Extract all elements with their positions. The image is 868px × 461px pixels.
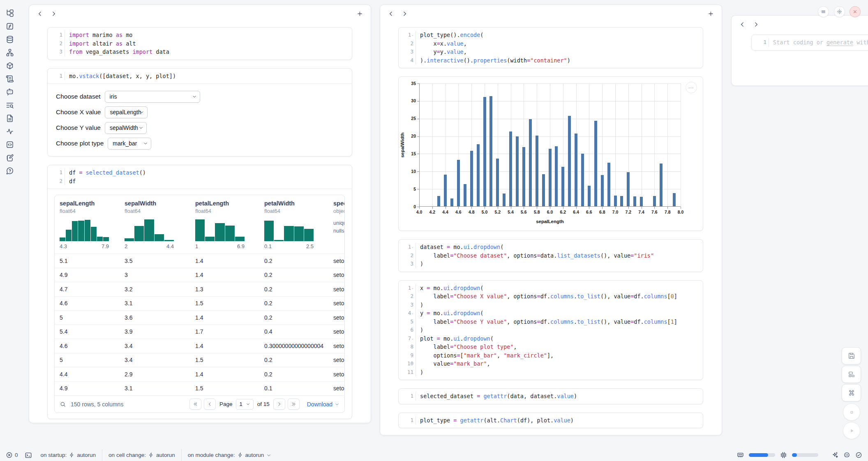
table-row[interactable]: 4.73.21.30.2setosa [55, 282, 344, 296]
download-label: Download [307, 401, 332, 408]
scratch-cell-editor[interactable]: 1Start coding or generate with [752, 35, 868, 50]
x-tick-label: 8.0 [678, 210, 684, 214]
connection-status-icon[interactable] [855, 452, 862, 459]
page-select[interactable]: 1 [236, 399, 253, 410]
sidebar-bot-icon[interactable] [6, 88, 14, 96]
vstack-cell-editor[interactable]: 1mo.vstack([dataset, x, y, plot]) [48, 69, 352, 84]
close-button[interactable] [850, 6, 861, 17]
ai-sparkles-icon[interactable] [831, 452, 838, 459]
plot-type-select[interactable]: mark_bar [108, 138, 151, 150]
column-range: 0.12.5 [264, 243, 314, 249]
plot-type-cell-editor[interactable]: 1plot_type = getattr(alt.Chart(df), plot… [399, 413, 703, 428]
last-page-button[interactable] [288, 399, 300, 410]
fold-marker-icon[interactable]: ⌄ [411, 337, 413, 340]
table-row[interactable]: 53.41.50.2setosa [55, 353, 344, 367]
table-cell: 3 [120, 272, 190, 278]
x-value-select[interactable]: sepalLength [105, 106, 148, 118]
grid-line [615, 83, 616, 207]
table-column-header[interactable]: speciesobjectunique:nulls: [328, 200, 345, 254]
sidebar-scroll-text-icon[interactable] [6, 75, 14, 83]
table-row[interactable]: 4.42.91.40.2setosa [55, 367, 344, 381]
fold-marker-icon[interactable]: ⌄ [411, 311, 413, 315]
dataframe-cell: 1df = selected_dataset()2dfsepalLengthfl… [47, 165, 352, 419]
chart-bar [522, 147, 525, 207]
x-tick-label: 7.4 [638, 210, 644, 214]
command-palette-button[interactable] [842, 384, 861, 401]
chevron-right-icon[interactable] [401, 10, 408, 17]
chart-menu-button[interactable]: ⋯ [686, 82, 697, 93]
line-number: 11 [399, 368, 416, 377]
table-row[interactable]: 4.93.11.50.1setosa [55, 381, 344, 396]
chevron-right-icon[interactable] [50, 10, 57, 17]
fold-marker-icon[interactable]: ⌄ [411, 33, 413, 37]
table-row[interactable]: 4.931.40.2setosa [55, 268, 344, 282]
sidebar-file-tree-icon[interactable] [6, 9, 14, 17]
table-column-header[interactable]: petalLengthfloat6416.9 [190, 200, 259, 254]
max-value: 4.4 [166, 243, 174, 249]
settings-button[interactable] [834, 6, 845, 17]
axis-tick [419, 207, 420, 209]
table-column-header[interactable]: sepalWidthfloat6424.4 [120, 200, 190, 254]
chart-bar [660, 164, 663, 207]
download-button[interactable]: Download [307, 401, 339, 408]
code-text: ) [416, 301, 423, 309]
save-button[interactable] [842, 347, 861, 364]
xy-plot-dropdowns-cell-editor[interactable]: 1⌄x = mo.ui.dropdown(2 label="Choose X v… [399, 281, 703, 380]
table-row[interactable]: 4.63.41.40.30000000000000004setosa [55, 339, 344, 353]
imports-cell-editor[interactable]: 1import marimo as mo2import altair as al… [48, 28, 352, 60]
error-counter[interactable]: 0 [6, 452, 18, 459]
sidebar-database-icon[interactable] [6, 35, 14, 44]
table-column-header[interactable]: petalWidthfloat640.12.5 [259, 200, 328, 254]
selected-dataset-cell-editor[interactable]: 1selected_dataset = getattr(data, datase… [399, 389, 703, 404]
dataset-dropdown-cell-editor[interactable]: 1⌄dataset = mo.ui.dropdown(2 label="Choo… [399, 240, 703, 272]
sidebar-network-icon[interactable] [6, 48, 14, 57]
on-cell-change-setting[interactable]: on cell change: autorun [102, 449, 181, 461]
layout-button[interactable] [842, 366, 861, 383]
sidebar-code-square-icon[interactable] [6, 141, 14, 149]
line-number: 3 [399, 48, 416, 56]
add-cell-icon[interactable] [707, 10, 714, 17]
table-row[interactable]: 53.61.40.2setosa [55, 310, 344, 325]
copilot-icon[interactable] [843, 452, 850, 459]
fold-marker-icon[interactable]: ⌄ [411, 245, 413, 249]
fold-marker-icon[interactable]: ⌄ [411, 286, 413, 290]
search-icon[interactable] [60, 401, 66, 408]
sidebar-help-bubble-icon[interactable] [6, 167, 14, 175]
dataframe-cell-editor[interactable]: 1df = selected_dataset()2df [48, 165, 352, 189]
on-module-change-setting[interactable]: on module change: autorun [181, 449, 278, 461]
first-page-button[interactable] [189, 399, 201, 410]
dataset-select[interactable]: iris [105, 91, 200, 103]
table-row[interactable]: 4.63.11.50.2setosa [55, 296, 344, 311]
table-column-header[interactable]: sepalLengthfloat644.37.9 [55, 200, 120, 254]
sidebar-box-icon[interactable] [6, 62, 14, 70]
sidebar-activity-icon[interactable] [6, 127, 14, 136]
axis-tick [417, 207, 419, 207]
menu-button[interactable] [818, 6, 829, 17]
table-row[interactable]: 5.43.91.70.4setosa [55, 325, 344, 339]
sidebar-notebook-pen-icon[interactable] [6, 154, 14, 162]
run-button[interactable] [843, 422, 860, 439]
column-type: float64 [264, 208, 328, 214]
y-value-select[interactable]: sepalWidth [105, 122, 147, 134]
chevron-right-icon[interactable] [753, 21, 760, 28]
table-row[interactable]: 5.13.51.40.2setosa [55, 254, 344, 268]
generate-link[interactable]: generate [826, 39, 853, 46]
on-startup-setting[interactable]: on startup: autorun [35, 449, 102, 461]
plot-encode-cell-editor[interactable]: 1⌄plot_type().encode(2 x=x.value,3 y=y.v… [399, 28, 703, 68]
table-cell: 0.2 [259, 300, 328, 307]
chart-bar [673, 193, 676, 207]
next-page-button[interactable] [273, 399, 285, 410]
sidebar-file-text-icon[interactable] [6, 114, 14, 122]
chart-plot[interactable]: 4.04.24.44.64.85.05.25.45.65.86.06.26.46… [419, 83, 681, 207]
add-cell-icon[interactable] [356, 10, 363, 17]
terminal-icon[interactable] [25, 452, 32, 459]
prev-page-button[interactable] [204, 399, 216, 410]
sidebar-function-square-icon[interactable] [6, 22, 14, 30]
chevron-left-icon[interactable] [388, 10, 395, 17]
chevron-left-icon[interactable] [37, 10, 44, 17]
stop-button[interactable] [843, 403, 860, 421]
axis-tick [498, 207, 498, 209]
table-cell: setosa [328, 314, 345, 321]
chevron-left-icon[interactable] [739, 21, 746, 28]
sidebar-text-search-icon[interactable] [6, 101, 14, 109]
